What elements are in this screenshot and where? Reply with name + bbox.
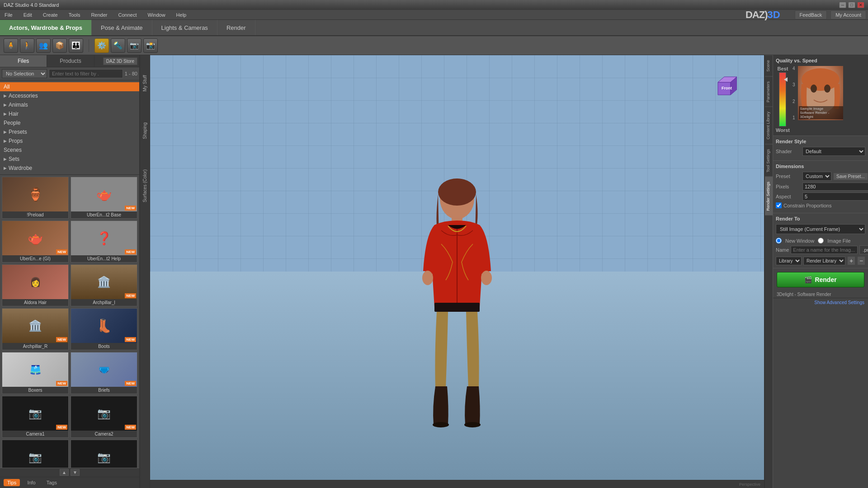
menu-file[interactable]: File — [2, 11, 15, 19]
quality-level-4: 4 — [793, 66, 795, 71]
save-preset-button[interactable]: Save Preset... — [833, 173, 868, 180]
new-window-radio[interactable] — [776, 238, 782, 244]
render-library-select[interactable]: Render Library — [803, 257, 845, 265]
item-grid: 🏺 !Preload 🫖 NEW UberEn...t2 Base 🫖 — [2, 177, 137, 468]
feedback-button[interactable]: FeedBack — [795, 10, 827, 19]
list-item[interactable]: 📷 NEW Camera1 — [2, 396, 69, 438]
bottom-tabs: Tips Info Tags — [0, 477, 139, 488]
menu-edit[interactable]: Edit — [21, 11, 35, 19]
toolbar-view-3[interactable]: 📷 — [127, 38, 142, 53]
menu-connect[interactable]: Connect — [116, 11, 140, 19]
tab-tags[interactable]: Tags — [43, 479, 61, 486]
render-to-select[interactable]: Still Image (Current Frame) — [776, 224, 865, 234]
list-item[interactable]: 📷 NEW Camera2 — [71, 396, 137, 438]
list-item[interactable]: 📷 NEW Camera3 — [2, 440, 69, 468]
cat-people[interactable]: People — [0, 118, 139, 127]
pixels-width-input[interactable] — [802, 183, 868, 191]
main-nav: Actors, Wardrobe & Props Pose & Animate … — [0, 20, 868, 36]
vtab-tool-settings[interactable]: Tool Settings — [765, 144, 773, 177]
cat-all[interactable]: All — [0, 82, 139, 91]
render-button[interactable]: 🎬 Render — [777, 272, 864, 287]
shaping-tab[interactable]: My Stuff — [142, 73, 148, 94]
quality-level-2: 2 — [793, 99, 795, 104]
surfaces-tab[interactable]: Shaping — [142, 121, 148, 141]
list-item[interactable]: 👩 Aldora Hair — [2, 264, 69, 306]
menu-window[interactable]: Window — [145, 11, 168, 19]
list-item[interactable]: ❓ NEW UberEn...t2 Help — [71, 221, 137, 263]
toolbar-add-scene[interactable]: 👪 — [69, 38, 83, 53]
show-advanced-settings[interactable]: Show Advanced Settings — [773, 298, 868, 307]
toolbar-separator-1 — [89, 39, 89, 52]
tab-info[interactable]: Info — [24, 479, 39, 486]
library-add-button[interactable]: + — [847, 256, 855, 265]
menu-help[interactable]: Help — [174, 11, 189, 19]
daz-store-button[interactable]: DAZ 3D Store — [103, 57, 137, 65]
scroll-down-button[interactable]: ▼ — [71, 469, 80, 476]
new-badge: NEW — [56, 249, 67, 254]
vtab-render-settings[interactable]: Render Settings — [765, 177, 773, 216]
menu-tools[interactable]: Tools — [66, 11, 83, 19]
tab-tips[interactable]: Tips — [4, 479, 20, 486]
cat-animals[interactable]: ▶ Animals — [0, 100, 139, 109]
selection-dropdown[interactable]: No Selection — [2, 69, 47, 78]
vtab-content-library[interactable]: Content Library — [765, 107, 773, 144]
list-item[interactable]: 🩲 NEW Briefs — [71, 352, 137, 394]
surfaces-color-tab[interactable]: Surfaces (Color) — [142, 168, 148, 204]
item-grid-container: 🏺 !Preload 🫖 NEW UberEn...t2 Base 🫖 — [0, 175, 139, 468]
toolbar-view-1[interactable]: ⚙️ — [94, 38, 109, 53]
toolbar-view-2[interactable]: 🔦 — [111, 38, 125, 53]
cat-scenes[interactable]: Scenes — [0, 145, 139, 155]
cat-accessories[interactable]: ▶ Accessories — [0, 91, 139, 100]
cat-props[interactable]: ▶ Props — [0, 136, 139, 145]
list-item[interactable]: 🏛️ NEW Archpillar_R — [2, 308, 69, 350]
tab-actors-wardrobe-props[interactable]: Actors, Wardrobe & Props — [0, 20, 92, 35]
scroll-up-button[interactable]: ▲ — [60, 469, 69, 476]
filter-input[interactable] — [49, 69, 123, 78]
aspect-width-input[interactable] — [802, 192, 868, 201]
toolbar-view-4[interactable]: 📸 — [143, 38, 158, 53]
toolbar-add-prop[interactable]: 📦 — [52, 38, 67, 53]
left-tab-products[interactable]: Products — [47, 55, 94, 67]
list-item[interactable]: 🏺 !Preload — [2, 177, 69, 219]
library-select[interactable]: Library — [776, 257, 802, 265]
list-item[interactable]: 👢 NEW Boots — [71, 308, 137, 350]
toolbar: 🧍 🚶 👥 📦 👪 ⚙️ 🔦 📷 📸 — [0, 36, 868, 55]
top-right-buttons: FeedBack My Account — [795, 10, 866, 19]
preset-label: Preset — [776, 174, 801, 179]
list-item[interactable]: 🩳 NEW Boxers — [2, 352, 69, 394]
library-remove-button[interactable]: − — [857, 256, 865, 265]
list-item[interactable]: 🫖 NEW UberEn...e (GI) — [2, 221, 69, 263]
vtab-scene[interactable]: Scene — [765, 55, 773, 76]
render-name-input[interactable] — [791, 246, 858, 254]
my-account-button[interactable]: My Account — [830, 10, 866, 19]
minimize-button[interactable]: ─ — [839, 2, 846, 8]
cat-wardrobe[interactable]: ▶ Wardrobe — [0, 164, 139, 173]
close-button[interactable]: ✕ — [857, 2, 864, 8]
tab-pose-animate[interactable]: Pose & Animate — [92, 20, 152, 35]
menu-create[interactable]: Create — [40, 11, 61, 19]
menu-render[interactable]: Render — [88, 11, 110, 19]
tab-lights-cameras[interactable]: Lights & Cameras — [152, 20, 217, 35]
logo-daz-text: DAZ) — [745, 9, 768, 21]
preset-select[interactable]: Custom — [802, 172, 831, 181]
toolbar-add-group[interactable]: 👥 — [36, 38, 51, 53]
quality-panel: Quality vs. Speed Best Worst 4 3 — [773, 55, 868, 136]
constrain-checkbox[interactable] — [776, 202, 782, 208]
maximize-button[interactable]: □ — [848, 2, 855, 8]
cat-hair[interactable]: ▶ Hair — [0, 109, 139, 118]
shader-row: Shader Default — [776, 147, 865, 156]
shader-select[interactable]: Default — [802, 147, 865, 156]
render-format-select[interactable]: .png — [859, 245, 868, 254]
vtab-parameters[interactable]: Parameters — [765, 76, 773, 107]
tab-render[interactable]: Render — [217, 20, 255, 35]
toolbar-add-figure[interactable]: 🧍 — [4, 38, 18, 53]
cat-sets[interactable]: ▶ Sets — [0, 155, 139, 164]
aspect-label: Aspect — [776, 194, 801, 199]
cat-presets[interactable]: ▶ Presets — [0, 127, 139, 136]
list-item[interactable]: 🏛️ NEW Archpillar_l — [71, 264, 137, 306]
toolbar-add-pose[interactable]: 🚶 — [20, 38, 34, 53]
image-file-radio[interactable] — [818, 238, 824, 244]
list-item[interactable]: 🫖 NEW UberEn...t2 Base — [71, 177, 137, 219]
list-item[interactable]: 📷 NEW Camera4 — [71, 440, 137, 468]
left-tab-files[interactable]: Files — [0, 55, 47, 67]
